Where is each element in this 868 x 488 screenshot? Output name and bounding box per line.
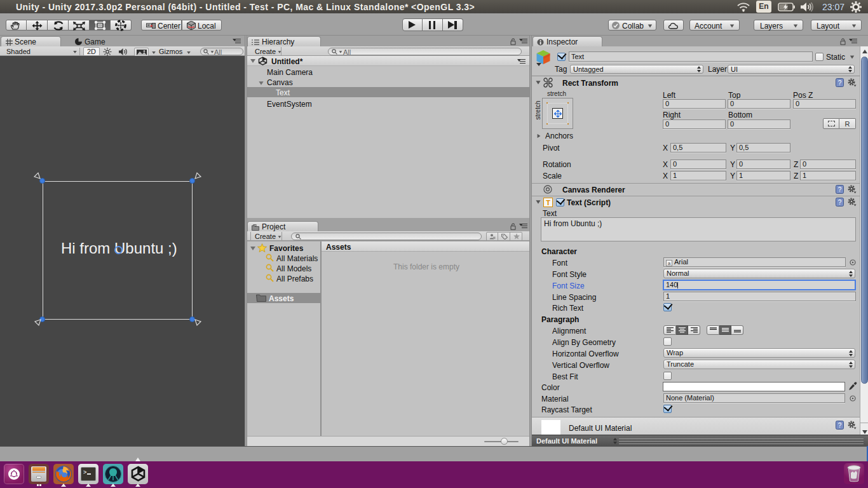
svg-text:?: ? xyxy=(838,422,842,429)
svg-text:?: ? xyxy=(838,186,842,193)
svg-text:?: ? xyxy=(838,79,842,86)
svg-text:?: ? xyxy=(838,199,842,206)
